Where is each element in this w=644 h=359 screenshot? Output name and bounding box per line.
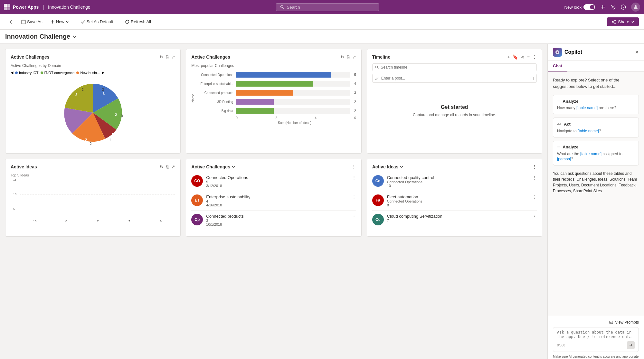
view-prompts-btn[interactable]: View Prompts — [553, 320, 639, 325]
ideas-list-item-1[interactable]: Cq Connected quality control Connected O… — [372, 172, 537, 191]
suggestion-link-3a[interactable]: [table name] — [580, 152, 601, 156]
bar-outer-5 — [236, 108, 350, 114]
new-look-toggle[interactable]: New look — [564, 4, 595, 10]
chevron-down-ideas-icon — [400, 165, 403, 169]
bar-fill-5 — [236, 108, 273, 114]
ideas-list-more[interactable]: ⋮ — [532, 164, 537, 169]
suggestion-link-3b[interactable]: [person] — [557, 157, 571, 161]
mini-bar-col-1: 10 — [20, 220, 49, 223]
settings-button[interactable] — [611, 5, 616, 10]
suggestion-title-2: Act — [564, 122, 571, 127]
challenge-more-3[interactable]: ⋮ — [352, 214, 356, 219]
search-box[interactable] — [276, 3, 379, 11]
bar-fill-2 — [236, 81, 312, 87]
timeline-post-input[interactable] — [381, 76, 528, 80]
chevron-down-page-icon — [72, 34, 77, 39]
expand-card-icon[interactable]: ⤢ — [171, 54, 175, 60]
add-timeline-icon[interactable]: + — [507, 54, 510, 60]
help-button[interactable]: ? — [621, 5, 626, 10]
ideas-card-header: Active Ideas ↻ ⎘ ⤢ — [11, 164, 175, 169]
set-as-default-button[interactable]: Set As Default — [78, 18, 116, 25]
copilot-suggestion-2[interactable]: ↩ Act Navigate to [table name]? — [553, 118, 639, 137]
refresh-all-button[interactable]: Refresh All — [122, 18, 154, 25]
refresh-card-icon[interactable]: ↻ — [160, 54, 164, 60]
svg-rect-1 — [7, 4, 10, 7]
copy-bar-icon[interactable]: ⎘ — [347, 54, 350, 60]
svg-rect-0 — [4, 4, 7, 7]
pie-chart-container: 3 2 1 2 1 2 3 — [11, 77, 175, 148]
page-title-bar: Innovation Challenge — [0, 30, 644, 44]
pie-card-actions: ↻ ⎘ ⤢ — [160, 54, 175, 60]
char-counter: 0/500 — [557, 344, 565, 347]
page-title[interactable]: Innovation Challenge — [5, 33, 639, 43]
svg-text:3: 3 — [103, 92, 105, 96]
challenges-list-more[interactable]: ⋮ — [352, 164, 356, 169]
copilot-send-button[interactable] — [627, 341, 635, 349]
copilot-input-area[interactable]: 0/500 — [553, 327, 639, 352]
copy-ideas-icon[interactable]: ⎘ — [166, 164, 169, 169]
copilot-close-button[interactable]: ✕ — [635, 50, 639, 55]
mini-bar-col-3: 7 — [83, 220, 112, 223]
ideas-list-header: Active Ideas ⋮ — [372, 164, 537, 169]
idea-more-2[interactable]: ⋮ — [533, 194, 537, 199]
bookmark-icon[interactable]: 🔖 — [513, 54, 518, 60]
search-input[interactable] — [287, 5, 375, 10]
challenges-list-item-1[interactable]: CO Connected Operations 5 3/12/2018 ⋮ — [191, 172, 356, 191]
card-header-pie: Active Challenges ↻ ⎘ ⤢ — [11, 54, 175, 60]
copilot-suggestion-1[interactable]: ≡ Analyze How many [table name] are ther… — [553, 95, 639, 114]
copilot-suggestion-3[interactable]: ≡ Analyze What are the [table name] assi… — [553, 141, 639, 166]
refresh-bar-icon[interactable]: ↻ — [341, 54, 345, 60]
attachment-icon — [530, 76, 534, 80]
active-ideas-bar-card: Active Ideas ↻ ⎘ ⤢ Top 5 Ideas 15 10 5 — [5, 159, 181, 237]
idea-avatar-2: Fa — [372, 194, 384, 206]
svg-line-21 — [613, 22, 614, 23]
copilot-header: Copilot ✕ — [548, 44, 644, 61]
expand-bar-icon[interactable]: ⤢ — [352, 54, 356, 60]
copilot-info: You can ask questions about these tables… — [553, 171, 639, 194]
ideas-list-item-2[interactable]: Fa Fleet automation Connected Operations… — [372, 191, 537, 211]
share-icon — [611, 20, 616, 24]
save-as-button[interactable]: Save As — [18, 18, 46, 25]
list-icon[interactable]: ≡ — [527, 54, 530, 60]
challenges-list-item-2[interactable]: Es Enterprise sustainability 4 4/16/2018… — [191, 191, 356, 211]
copy-card-icon[interactable]: ⎘ — [166, 54, 169, 60]
bar-fill-3 — [236, 90, 293, 96]
ideas-card-actions: ↻ ⎘ ⤢ — [160, 164, 175, 169]
next-arrow[interactable]: ▶ — [102, 71, 104, 75]
expand-ideas-icon[interactable]: ⤢ — [171, 164, 175, 169]
svg-point-17 — [612, 21, 613, 23]
svg-rect-38 — [610, 321, 613, 324]
ideas-list-item-3[interactable]: Cc Cloud computing Servitization 7 ⋮ — [372, 211, 537, 229]
copilot-chat-tab[interactable]: Chat — [548, 61, 567, 71]
timeline-search-box[interactable] — [372, 63, 537, 71]
timeline-search-input[interactable] — [381, 65, 534, 70]
challenges-list-item-3[interactable]: Cp Connected products 3 10/1/2018 ⋮ — [191, 211, 356, 230]
filter-icon[interactable]: ⊲ — [521, 54, 525, 60]
new-button[interactable]: New — [47, 18, 72, 25]
challenge-more-2[interactable]: ⋮ — [352, 194, 356, 199]
prev-arrow[interactable]: ◀ — [11, 71, 13, 75]
toggle-switch[interactable] — [583, 4, 595, 10]
timeline-post-box[interactable] — [372, 74, 537, 83]
send-icon — [629, 343, 633, 347]
timeline-header: Timeline + 🔖 ⊲ ≡ ⋮ — [372, 54, 537, 60]
back-button[interactable] — [5, 18, 17, 26]
toolbar: Save As New Set As Default Refresh All S… — [0, 14, 644, 30]
suggestion-link-2[interactable]: [table name] — [578, 129, 599, 133]
idea-more-1[interactable]: ⋮ — [533, 175, 537, 180]
suggestion-link-1[interactable]: [table name] — [576, 106, 598, 110]
copilot-icon — [553, 48, 562, 57]
idea-more-3[interactable]: ⋮ — [533, 214, 537, 219]
add-button[interactable] — [600, 5, 605, 10]
svg-line-20 — [613, 21, 614, 22]
bar-outer-4 — [236, 99, 350, 105]
refresh-ideas-icon[interactable]: ↻ — [160, 164, 164, 169]
prompts-icon — [609, 320, 613, 324]
more-icon[interactable]: ⋮ — [532, 54, 537, 60]
share-button[interactable]: Share — [607, 17, 639, 26]
mini-bar-col-4: 7 — [115, 220, 144, 223]
copilot-chat-input[interactable] — [557, 330, 635, 339]
save-icon — [21, 20, 26, 24]
challenge-more-1[interactable]: ⋮ — [352, 175, 356, 180]
user-avatar[interactable] — [631, 3, 640, 12]
